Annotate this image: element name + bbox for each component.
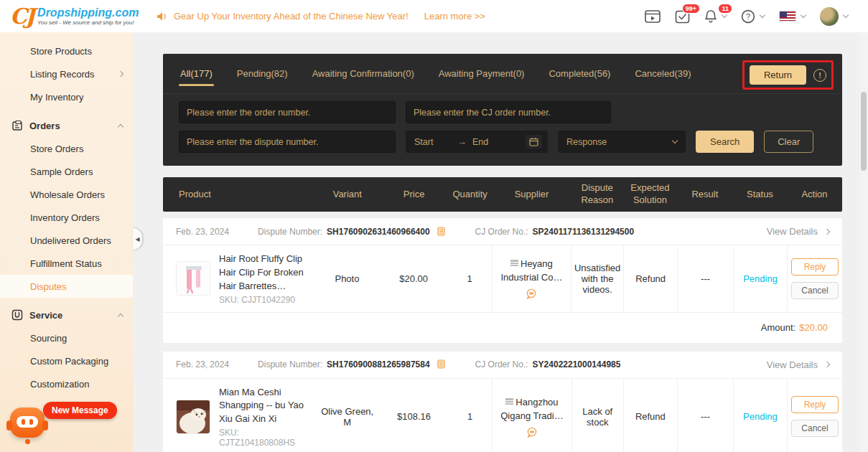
status-cell: Pending [733, 245, 787, 312]
status-cell: Pending [733, 379, 787, 452]
speaker-icon [157, 11, 168, 22]
sidebar-item-store-orders[interactable]: Store Orders [0, 137, 133, 160]
column-header-action: Action [787, 189, 842, 201]
product-thumbnail[interactable] [176, 261, 210, 296]
sidebar-item-custom-packaging[interactable]: Custom Packaging [0, 349, 133, 372]
view-details-link[interactable]: View Details [767, 359, 829, 370]
account-menu[interactable] [820, 7, 848, 26]
chevron-right-icon [118, 71, 123, 77]
view-details-link[interactable]: View Details [767, 226, 829, 237]
sidebar-item-fulfillment-status[interactable]: Fulfillment Status [0, 252, 133, 275]
chat-supplier-icon[interactable] [526, 427, 538, 438]
sidebar-section-orders[interactable]: Orders [0, 114, 133, 137]
product-title[interactable]: Mian Ma Ceshi Shangping -- bu Yao Xiu Ga… [219, 386, 312, 427]
tab-awaiting-confirmation[interactable]: Awaiting Confirmation(0) [311, 55, 416, 93]
chat-robot-mascot[interactable]: New Message [6, 402, 113, 446]
copy-icon[interactable] [437, 359, 447, 369]
cj-order-value: SP2401171136131294500 [533, 227, 635, 237]
cj-order-number-input[interactable] [406, 101, 611, 123]
tab-awaiting-payment[interactable]: Awaiting Payment(0) [437, 55, 526, 93]
sidebar-item-inventory-orders[interactable]: Inventory Orders [0, 206, 133, 229]
status-badge: Pending [743, 273, 778, 284]
product-thumbnail[interactable] [176, 400, 210, 434]
sidebar-item-undelivered-orders[interactable]: Undelivered Orders [0, 229, 133, 252]
scrollbar[interactable] [859, 32, 868, 452]
robot-ear [6, 420, 12, 430]
us-flag-icon [779, 11, 796, 22]
dispute-number-value: SH1760900881265987584 [327, 359, 429, 369]
sidebar-item-wholesale-orders[interactable]: Wholesale Orders [0, 183, 133, 206]
dispute-reason-cell: Lack of stock [571, 379, 623, 452]
clear-button[interactable]: Clear [764, 131, 813, 153]
calendar-icon [526, 135, 542, 149]
amount-value: $20.00 [799, 322, 828, 333]
reply-button[interactable]: Reply [791, 396, 839, 413]
chat-supplier-icon[interactable] [526, 288, 537, 299]
help-icon[interactable]: ? [741, 9, 765, 24]
tab-pending[interactable]: Pending(82) [235, 55, 289, 93]
copy-icon[interactable] [437, 227, 447, 237]
brand-tagline: You sell - We source and ship for you! [37, 19, 139, 26]
result-cell: --- [677, 379, 733, 452]
product-title[interactable]: Hair Root Fluffy Clip Hair Clip For Brok… [219, 253, 312, 293]
reply-button[interactable]: Reply [791, 258, 839, 276]
column-header-variant: Variant [314, 189, 380, 201]
response-select-value: Response [566, 137, 607, 147]
info-icon[interactable]: ! [813, 69, 826, 82]
sidebar: Store Products Listing Records My Invent… [0, 32, 133, 452]
avatar [820, 7, 839, 26]
tasks-badge: 99+ [682, 4, 700, 14]
chevron-right-icon [824, 228, 830, 234]
dispute-row-group: Feb. 23, 2024 Dispute Number: SH17609026… [163, 218, 842, 343]
disputes-filter-panel: All(177) Pending(82) Awaiting Confirmati… [163, 54, 842, 166]
new-message-badge[interactable]: New Message [43, 402, 117, 419]
cancel-button[interactable]: Cancel [791, 420, 839, 437]
tab-all[interactable]: All(177) [179, 55, 214, 93]
sidebar-section-service[interactable]: Service [0, 303, 133, 326]
dispute-number-input[interactable] [179, 131, 396, 153]
language-selector[interactable] [779, 11, 806, 22]
dispute-row-group: Feb. 23, 2024 Dispute Number: SH17609008… [163, 352, 842, 452]
cj-order-value: SY2402221000144985 [533, 359, 621, 369]
notifications-bell-icon[interactable]: 11 [704, 9, 727, 24]
order-meta-row: Feb. 23, 2024 Dispute Number: SH17609008… [163, 352, 842, 379]
dispute-tabs: All(177) Pending(82) Awaiting Confirmati… [163, 54, 842, 94]
cj-order-label: CJ Order No.: [475, 227, 528, 237]
product-cell: Mian Ma Ceshi Shangping -- bu Yao Xiu Ga… [163, 379, 314, 452]
date-range-picker[interactable]: Start → End [406, 131, 548, 153]
robot-face [17, 416, 38, 428]
order-date: Feb. 23, 2024 [176, 227, 229, 237]
response-select[interactable]: Response [558, 131, 686, 153]
brand-name: Dropshipping.com [37, 6, 139, 19]
price-cell: $108.16 [380, 379, 448, 452]
column-header-dispute-reason: Dispute Reason [571, 182, 623, 207]
sidebar-item-store-products[interactable]: Store Products [0, 39, 133, 62]
column-header-price: Price [380, 189, 448, 201]
robot-ear [42, 420, 48, 430]
sidebar-item-customization[interactable]: Customization [0, 372, 133, 395]
date-start-placeholder: Start [414, 137, 433, 147]
variant-cell: Photo [314, 245, 380, 312]
sidebar-item-disputes[interactable]: Disputes [0, 275, 133, 298]
video-tutorial-icon[interactable] [645, 9, 661, 24]
order-number-input[interactable] [179, 101, 396, 123]
scrollbar-thumb[interactable] [861, 92, 867, 171]
variant-cell: Olive Green, M [314, 379, 380, 452]
chevron-up-icon [118, 313, 123, 319]
tasks-icon[interactable]: 99+ [675, 9, 690, 24]
sidebar-item-my-inventory[interactable]: My Inventory [0, 85, 133, 108]
cancel-button[interactable]: Cancel [791, 282, 839, 299]
dispute-number-label: Dispute Number: [258, 359, 322, 369]
learn-more-link[interactable]: Learn more >> [424, 11, 485, 22]
search-button[interactable]: Search [696, 131, 754, 153]
app-root: CJ Dropshipping.com You sell - We source… [0, 0, 868, 452]
cj-logo[interactable]: CJ Dropshipping.com You sell - We source… [0, 6, 144, 27]
sidebar-item-listing-records[interactable]: Listing Records [0, 62, 133, 85]
tab-completed[interactable]: Completed(56) [547, 55, 612, 93]
return-button[interactable]: Return [750, 65, 806, 85]
chevron-down-icon [672, 138, 678, 143]
product-sku: SKU: CJTZ104180808HS [219, 428, 312, 448]
sidebar-item-sourcing[interactable]: Sourcing [0, 326, 133, 349]
tab-canceled[interactable]: Canceled(39) [633, 55, 692, 93]
sidebar-item-sample-orders[interactable]: Sample Orders [0, 160, 133, 183]
